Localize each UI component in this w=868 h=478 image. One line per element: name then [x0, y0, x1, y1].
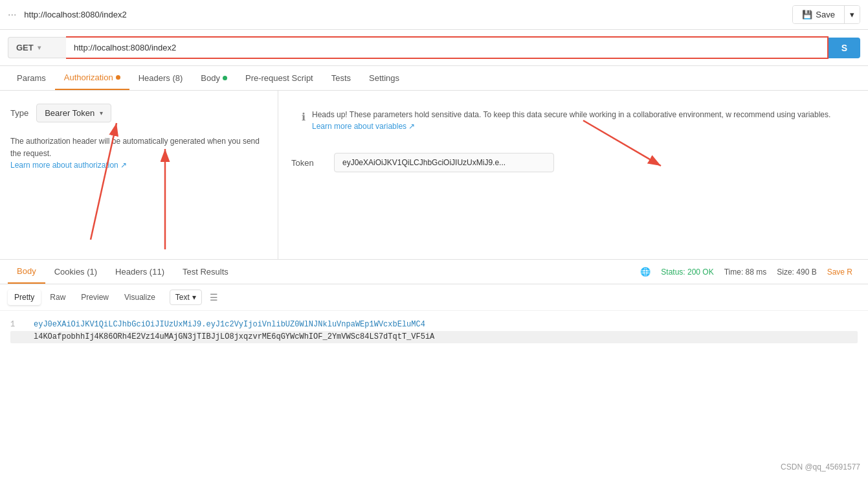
type-label: Type	[10, 108, 28, 118]
status-ok: Status: 200 OK	[661, 267, 713, 277]
code-line-1: 1 eyJ0eXAiOiJKV1QiLCJhbGciOiJIUzUxMiJ9.e…	[10, 319, 858, 331]
resp-tab-pretty-label: Pretty	[14, 293, 34, 302]
tab-settings[interactable]: Settings	[360, 67, 408, 89]
bottom-tab-test-results-label: Test Results	[183, 267, 228, 277]
resp-tab-preview-label: Preview	[81, 293, 109, 302]
url-tab-label: http://localhost:8080/index2	[24, 10, 787, 19]
bottom-tab-cookies-label: Cookies (1)	[54, 267, 97, 277]
warning-box: ℹ Heads up! These parameters hold sensit…	[291, 101, 855, 140]
resp-tab-pretty[interactable]: Pretty	[8, 290, 41, 305]
bottom-tab-headers-label: Headers (11)	[115, 267, 164, 277]
tab-headers[interactable]: Headers (8)	[129, 67, 192, 89]
bottom-tab-cookies[interactable]: Cookies (1)	[45, 260, 106, 283]
token-row: Token eyJ0eXAiOiJKV1QiLCJhbGciOiJIUzUxMi…	[291, 153, 855, 172]
wrap-icon[interactable]: ☰	[210, 292, 218, 302]
tab-body-label: Body	[201, 73, 220, 83]
tab-prerequest[interactable]: Pre-request Script	[236, 67, 322, 89]
response-format-tabs: Pretty Raw Preview Visualize Text ▾ ☰	[0, 284, 868, 311]
main-content: Type Bearer Token ▾ The authorization he…	[0, 91, 868, 259]
method-chevron-icon: ▾	[38, 44, 41, 51]
method-select[interactable]: GET ▾	[8, 37, 66, 58]
resp-tab-raw-label: Raw	[50, 293, 65, 302]
tab-params[interactable]: Params	[8, 67, 55, 89]
request-bar: GET ▾ S	[0, 30, 868, 66]
tab-tests[interactable]: Tests	[322, 67, 360, 89]
request-tabs: Params Authorization Headers (8) Body Pr…	[0, 66, 868, 91]
token-value[interactable]: eyJ0eXAiOiJKV1QiLCJhbGciOiJIUzUxMiJ9.e..…	[334, 153, 554, 172]
save-label: Save	[816, 10, 835, 19]
code-line-2: l4KOafpobhhIj4K86ORh4E2Vz14uMAjGN3jTIBJj…	[10, 331, 858, 343]
format-label: Text	[175, 293, 190, 302]
format-chevron-icon: ▾	[192, 293, 196, 302]
save-button-group: 💾 Save ▾	[792, 5, 860, 24]
bottom-tab-headers[interactable]: Headers (11)	[106, 260, 173, 283]
bottom-tab-body[interactable]: Body	[8, 260, 45, 284]
line-number-1: 1	[10, 319, 23, 331]
code-content-2: l4KOafpobhhIj4K86ORh4E2Vz14uMAjGN3jTIBJj…	[34, 331, 434, 343]
save-icon: 💾	[802, 10, 812, 19]
tab-prerequest-label: Pre-request Script	[245, 73, 313, 83]
auth-description: The authorization header will be automat…	[10, 135, 267, 160]
bottom-tabs-wrapper: Body Cookies (1) Headers (11) Test Resul…	[8, 260, 860, 284]
resp-tab-preview[interactable]: Preview	[74, 290, 115, 305]
bearer-token-select[interactable]: Bearer Token ▾	[36, 104, 111, 122]
tab-tests-label: Tests	[331, 73, 351, 83]
status-row: 🌐 Status: 200 OK Time: 88 ms Size: 490 B…	[640, 267, 860, 277]
token-label: Token	[291, 158, 324, 168]
save-dropdown-button[interactable]: ▾	[844, 6, 860, 23]
time-info: Time: 88 ms	[724, 267, 767, 277]
tab-body[interactable]: Body	[192, 67, 236, 89]
save-response-button[interactable]: Save R	[827, 267, 852, 277]
save-button[interactable]: 💾 Save	[793, 6, 844, 23]
resp-tab-raw[interactable]: Raw	[43, 290, 72, 305]
tab-headers-label: Headers (8)	[139, 73, 183, 83]
format-select[interactable]: Text ▾	[170, 290, 202, 305]
warning-text-content: Heads up! These parameters hold sensitiv…	[312, 110, 830, 119]
auth-right-panel: ℹ Heads up! These parameters hold sensit…	[278, 91, 868, 259]
tab-authorization[interactable]: Authorization	[55, 66, 129, 90]
method-label: GET	[16, 43, 34, 52]
token-section: Token eyJ0eXAiOiJKV1QiLCJhbGciOiJIUzUxMi…	[291, 153, 855, 172]
body-dot	[223, 76, 227, 80]
authorization-dot	[116, 75, 120, 80]
auth-left-panel: Type Bearer Token ▾ The authorization he…	[0, 91, 278, 259]
type-row: Type Bearer Token ▾	[10, 104, 267, 122]
warning-icon: ℹ	[302, 109, 306, 132]
bottom-tab-test-results[interactable]: Test Results	[173, 260, 238, 283]
annotation-arrows	[39, 97, 259, 279]
top-bar: ··· http://localhost:8080/index2 💾 Save …	[0, 0, 868, 30]
send-button[interactable]: S	[829, 38, 860, 58]
tab-authorization-label: Authorization	[64, 73, 113, 82]
auth-learn-more-link[interactable]: Learn more about authorization ↗	[10, 161, 127, 170]
resp-tab-visualize-label: Visualize	[124, 293, 155, 302]
bottom-section: Body Cookies (1) Headers (11) Test Resul…	[0, 259, 868, 351]
bottom-tabs: Body Cookies (1) Headers (11) Test Resul…	[0, 260, 868, 284]
size-info: Size: 490 B	[777, 267, 816, 277]
bearer-token-label: Bearer Token	[45, 108, 95, 118]
tab-params-label: Params	[17, 73, 46, 83]
warning-text: Heads up! These parameters hold sensitiv…	[312, 109, 845, 132]
code-area: 1 eyJ0eXAiOiJKV1QiLCJhbGciOiJIUzUxMiJ9.e…	[0, 311, 868, 351]
globe-icon: 🌐	[640, 267, 651, 277]
code-content-1: eyJ0eXAiOiJKV1QiLCJhbGciOiJIUzUxMiJ9.eyJ…	[34, 319, 425, 331]
resp-tab-visualize[interactable]: Visualize	[118, 290, 162, 305]
bottom-tab-body-label: Body	[17, 266, 36, 276]
warning-learn-more-link[interactable]: Learn more about variables ↗	[312, 122, 415, 131]
url-input[interactable]	[66, 36, 829, 59]
tab-settings-label: Settings	[369, 73, 399, 83]
bearer-chevron-icon: ▾	[100, 109, 103, 117]
dots-menu[interactable]: ···	[8, 9, 16, 21]
